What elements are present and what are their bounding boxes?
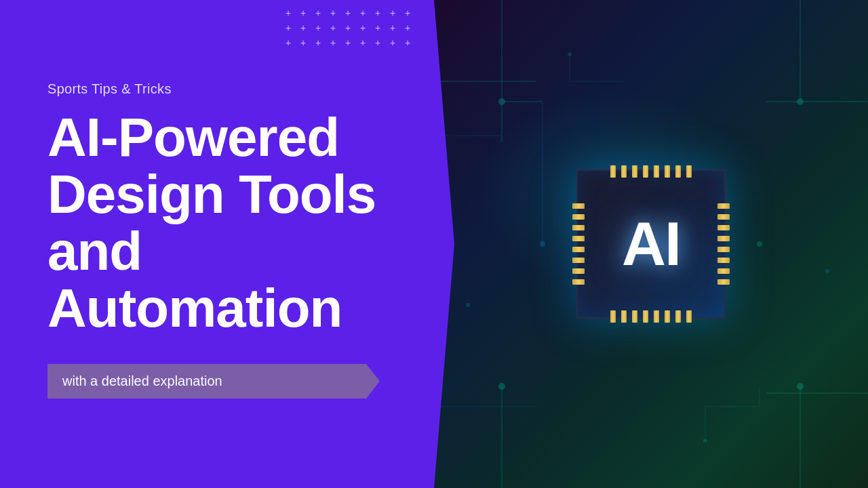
chip-pin bbox=[665, 310, 670, 323]
ai-chip: AI bbox=[556, 149, 746, 339]
chip-pins-left bbox=[572, 203, 585, 285]
plus-icon: + bbox=[401, 37, 414, 49]
chip-pin bbox=[572, 236, 585, 241]
svg-point-20 bbox=[825, 269, 829, 273]
chip-pin bbox=[717, 258, 730, 263]
chip-pin bbox=[717, 203, 730, 209]
left-panel: + + + + + + + + + + + + + + + + + + + + … bbox=[0, 0, 434, 488]
plus-icon: + bbox=[372, 37, 384, 49]
plus-icon: + bbox=[282, 7, 294, 19]
plus-icon: + bbox=[327, 7, 339, 19]
chip-pin bbox=[632, 165, 637, 178]
chip-pin bbox=[654, 310, 659, 323]
plus-icon: + bbox=[372, 22, 384, 34]
plus-icon: + bbox=[401, 7, 414, 19]
plus-icon: + bbox=[282, 37, 294, 49]
plus-icon: + bbox=[282, 22, 294, 34]
chip-pin bbox=[572, 268, 585, 274]
plus-icon: + bbox=[297, 7, 309, 19]
plus-icon: + bbox=[387, 22, 399, 34]
page-container: + + + + + + + + + + + + + + + + + + + + … bbox=[0, 0, 868, 488]
chip-pin bbox=[686, 310, 692, 323]
chip-pin bbox=[675, 310, 681, 323]
right-panel: AI bbox=[434, 0, 868, 488]
subtitle-text: Sports Tips & Tricks bbox=[47, 81, 393, 97]
plus-icon: + bbox=[327, 22, 339, 34]
plus-icon: + bbox=[342, 22, 354, 34]
ai-chip-label: AI bbox=[622, 209, 680, 279]
chip-pin bbox=[572, 247, 585, 252]
svg-point-21 bbox=[466, 303, 470, 307]
title-line-1: AI-Powered bbox=[47, 107, 339, 167]
detail-badge: with a detailed explanation bbox=[47, 364, 380, 399]
plus-icon: + bbox=[387, 37, 399, 49]
chip-pin bbox=[572, 214, 585, 220]
plus-icon: + bbox=[357, 37, 369, 49]
main-title: AI-Powered Design Tools and Automation bbox=[47, 109, 393, 337]
plus-icon: + bbox=[297, 37, 309, 49]
chip-pin bbox=[572, 225, 585, 230]
chip-body: AI bbox=[576, 169, 726, 319]
chip-pin bbox=[621, 310, 627, 323]
plus-grid-decoration: + + + + + + + + + + + + + + + + + + + + … bbox=[282, 7, 414, 49]
plus-icon: + bbox=[312, 37, 324, 49]
chip-pin bbox=[665, 165, 670, 178]
chip-pin bbox=[572, 203, 585, 209]
plus-icon: + bbox=[372, 7, 384, 19]
title-line-3: and bbox=[47, 221, 142, 281]
plus-icon: + bbox=[387, 7, 399, 19]
chip-pin bbox=[632, 310, 637, 323]
chip-pin bbox=[610, 310, 616, 323]
plus-icon: + bbox=[357, 7, 369, 19]
svg-point-11 bbox=[498, 383, 505, 390]
plus-icon: + bbox=[357, 22, 369, 34]
chip-pin bbox=[717, 279, 730, 285]
plus-icon: + bbox=[312, 7, 324, 19]
chip-pin bbox=[717, 225, 730, 230]
chip-pins-bottom bbox=[610, 310, 692, 323]
chip-pins-right bbox=[717, 203, 730, 285]
chip-pin bbox=[621, 165, 627, 178]
badge-label: with a detailed explanation bbox=[62, 373, 222, 389]
plus-icon: + bbox=[312, 22, 324, 34]
svg-point-10 bbox=[797, 98, 804, 105]
title-line-2: Design Tools bbox=[47, 164, 376, 224]
chip-pin bbox=[717, 268, 730, 274]
plus-icon: + bbox=[327, 37, 339, 49]
title-line-4: Automation bbox=[47, 278, 342, 338]
chip-pin bbox=[717, 247, 730, 252]
circuit-background: AI bbox=[434, 0, 868, 488]
svg-point-16 bbox=[757, 241, 762, 247]
chip-pin bbox=[643, 310, 648, 323]
chip-pin bbox=[572, 258, 585, 263]
chip-pin bbox=[654, 165, 659, 178]
chip-pin bbox=[717, 236, 730, 241]
chip-pin bbox=[675, 165, 681, 178]
chip-pin bbox=[610, 165, 616, 178]
chip-pin bbox=[572, 279, 585, 285]
plus-icon: + bbox=[342, 37, 354, 49]
chip-pin bbox=[643, 165, 648, 178]
chip-pin bbox=[686, 165, 692, 178]
svg-point-12 bbox=[797, 383, 804, 390]
chip-pins-top bbox=[610, 165, 692, 178]
plus-icon: + bbox=[401, 22, 414, 34]
chip-pin bbox=[717, 214, 730, 220]
plus-icon: + bbox=[297, 22, 309, 34]
plus-icon: + bbox=[342, 7, 354, 19]
